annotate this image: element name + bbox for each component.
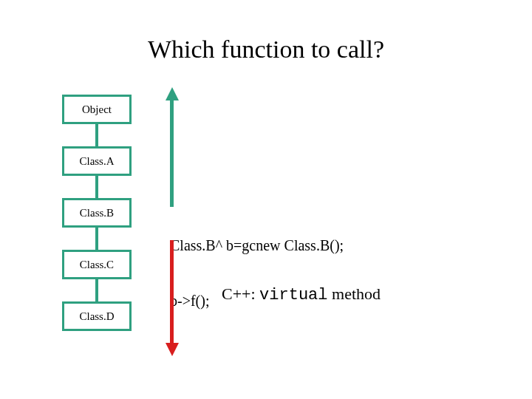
- class-box-label: Object: [82, 103, 112, 116]
- note-suffix: method: [328, 284, 381, 303]
- inheritance-connector: [95, 124, 98, 146]
- arrow-up-icon: [166, 87, 179, 100]
- class-box-label: Class.C: [80, 259, 114, 271]
- inheritance-connector: [95, 228, 98, 250]
- class-box-a: Class.A: [62, 146, 132, 176]
- note-keyword: virtual: [259, 286, 327, 304]
- virtual-note: C++: virtual method: [222, 284, 381, 304]
- code-line: Class.B^ b=gcnew Class.B();: [170, 236, 344, 255]
- arrow-up-shaft: [170, 100, 174, 207]
- inheritance-connector: [95, 279, 98, 301]
- class-box-b: Class.B: [62, 198, 132, 228]
- class-box-label: Class.D: [79, 310, 114, 323]
- class-box-d: Class.D: [62, 301, 132, 331]
- note-prefix: C++:: [222, 284, 259, 303]
- class-box-c: Class.C: [62, 250, 132, 279]
- slide-title: Which function to call?: [0, 35, 532, 64]
- class-box-object: Object: [62, 95, 132, 124]
- arrow-down-shaft: [170, 240, 174, 344]
- arrow-down-icon: [166, 343, 179, 356]
- class-box-label: Class.A: [79, 155, 114, 168]
- code-snippet: Class.B^ b=gcnew Class.B(); b->f();: [170, 200, 344, 329]
- class-box-label: Class.B: [80, 207, 114, 219]
- inheritance-connector: [95, 176, 98, 198]
